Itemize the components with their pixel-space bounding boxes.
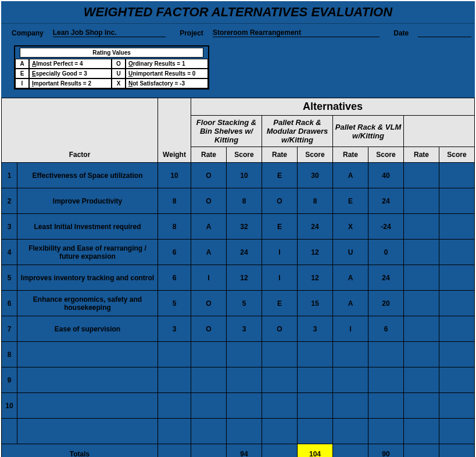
rate-header: Rate [191,147,227,163]
factor-row: 10 [2,393,475,419]
factor-name: Effectiveness of Space utilization [17,163,158,188]
score-value [439,163,475,188]
score-value: 12 [298,240,333,265]
row-number: 8 [2,342,17,367]
rate-value [333,393,368,419]
rating-values-box: Rating Values AAlmost Perfect = 4OOrdina… [1,40,475,98]
score-value: 30 [298,163,333,188]
rate-value: A [191,214,227,240]
row-number: 2 [2,188,17,214]
row-number: 10 [2,393,17,419]
rate-value: A [333,163,368,188]
factor-row [2,419,475,444]
factor-row: 1Effectiveness of Space utilization10O10… [2,163,475,188]
row-number: 1 [2,163,17,188]
rate-value: A [333,291,368,316]
rate-value: U [333,240,368,265]
row-number [2,419,17,444]
score-value [439,316,475,342]
factor-row: 8 [2,342,475,367]
score-value [298,342,333,367]
date-label: Date [393,29,409,37]
rating-cell: U [112,69,126,78]
score-value: -24 [368,214,404,240]
rate-value: I [262,240,298,265]
factor-name [17,393,158,419]
score-value [439,291,475,316]
factor-name: Enhance ergonomics, safety and housekeep… [17,291,158,316]
score-value [298,367,333,393]
rate-header: Rate [404,147,439,163]
weight-value: 8 [158,214,191,240]
rate-value [191,393,227,419]
score-value: 5 [227,291,262,316]
score-value [227,367,262,393]
score-value: 3 [298,316,333,342]
totals-label: Totals [2,444,158,458]
rating-cell: E [15,69,29,78]
factor-row: 7Ease of supervision3O3O3I6 [2,316,475,342]
rate-value: O [191,316,227,342]
score-header: Score [298,147,333,163]
score-header: Score [439,147,475,163]
rate-value [404,163,439,188]
score-value [439,393,475,419]
score-value [439,214,475,240]
rate-value [333,342,368,367]
row-number: 9 [2,367,17,393]
rate-value: O [262,188,298,214]
score-value: 24 [368,265,404,291]
score-value [298,419,333,444]
factor-row: 3Least Initial Investment required8A32E2… [2,214,475,240]
rate-value [333,367,368,393]
score-value: 32 [227,214,262,240]
factor-name: Ease of supervision [17,316,158,342]
rate-value: O [191,291,227,316]
weight-value: 5 [158,291,191,316]
score-value [227,342,262,367]
factor-name [17,419,158,444]
weight-value [158,419,191,444]
score-value: 8 [227,188,262,214]
score-value: 10 [227,163,262,188]
rate-value [262,393,298,419]
rating-cell: I [15,78,29,88]
rate-value [191,419,227,444]
score-value [368,393,404,419]
rate-value: I [191,265,227,291]
total-rate [333,444,368,458]
rate-value [333,419,368,444]
rating-cell: Especially Good = 3 [29,69,112,78]
score-value [227,393,262,419]
factor-name: Improves inventory tracking and control [17,265,158,291]
rate-value [191,342,227,367]
total-score: 94 [227,444,262,458]
rate-value [404,419,439,444]
rate-value [404,291,439,316]
total-rate [262,444,298,458]
rate-value: X [333,214,368,240]
score-value [439,240,475,265]
rate-value [404,214,439,240]
rating-cell: X [112,78,126,88]
score-value [439,419,475,444]
score-value: 20 [368,291,404,316]
rating-cell: Important Results = 2 [29,78,112,88]
weight-value [158,393,191,419]
score-header: Score [227,147,262,163]
rate-value: O [191,188,227,214]
score-value: 3 [227,316,262,342]
factor-row: 9 [2,367,475,393]
rating-values-title: Rating Values [20,48,203,58]
score-value: 24 [227,240,262,265]
score-value: 12 [298,265,333,291]
weight-value [158,367,191,393]
rate-header: Rate [333,147,368,163]
rating-cell: Almost Perfect = 4 [29,59,112,69]
score-value [439,367,475,393]
weight-value: 6 [158,240,191,265]
rate-value [404,188,439,214]
company-field: Company Lean Job Shop Inc. [1,24,169,40]
alternative-header [404,116,475,147]
weight-value [158,342,191,367]
